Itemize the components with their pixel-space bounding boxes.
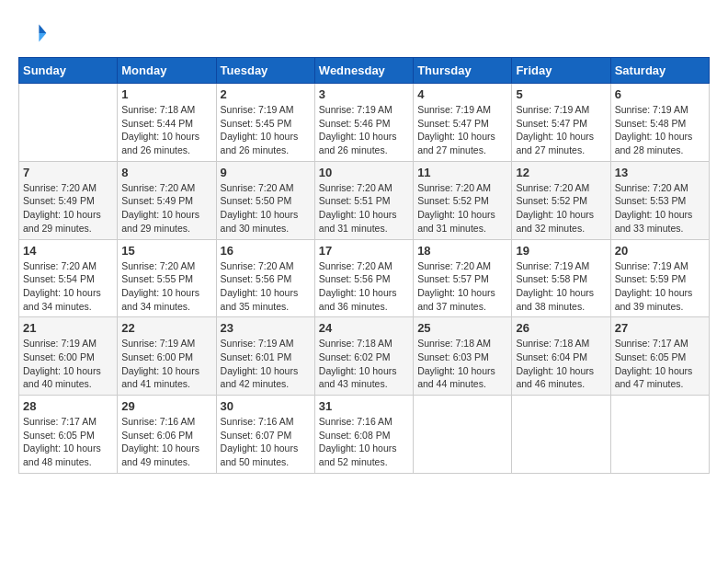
day-number: 6 [615, 87, 705, 101]
day-cell: 24Sunrise: 7:18 AMSunset: 6:02 PMDayligh… [314, 317, 413, 396]
day-info: Sunrise: 7:20 AMSunset: 5:54 PMDaylight:… [23, 259, 113, 314]
day-info: Sunrise: 7:16 AMSunset: 6:08 PMDaylight:… [319, 415, 409, 469]
page-header [18, 18, 710, 48]
day-number: 31 [319, 399, 409, 413]
day-cell: 16Sunrise: 7:20 AMSunset: 5:56 PMDayligh… [216, 239, 314, 317]
day-number: 4 [417, 87, 507, 101]
day-info: Sunrise: 7:17 AMSunset: 6:05 PMDaylight:… [23, 415, 113, 469]
day-info: Sunrise: 7:20 AMSunset: 5:52 PMDaylight:… [417, 181, 507, 236]
week-row-2: 7Sunrise: 7:20 AMSunset: 5:49 PMDaylight… [19, 161, 710, 239]
day-info: Sunrise: 7:16 AMSunset: 6:06 PMDaylight:… [121, 415, 211, 469]
day-number: 7 [23, 166, 113, 179]
day-number: 25 [417, 321, 507, 335]
day-number: 30 [221, 399, 311, 413]
header-thursday: Thursday [414, 58, 512, 84]
day-info: Sunrise: 7:18 AMSunset: 5:44 PMDaylight:… [121, 103, 211, 157]
day-number: 23 [221, 321, 311, 335]
day-cell: 29Sunrise: 7:16 AMSunset: 6:06 PMDayligh… [118, 396, 216, 474]
day-cell: 6Sunrise: 7:19 AMSunset: 5:48 PMDaylight… [610, 84, 709, 162]
calendar-header-row: SundayMondayTuesdayWednesdayThursdayFrid… [19, 58, 710, 84]
calendar-table: SundayMondayTuesdayWednesdayThursdayFrid… [18, 57, 710, 474]
day-number: 29 [121, 399, 211, 413]
day-info: Sunrise: 7:18 AMSunset: 6:04 PMDaylight:… [516, 337, 606, 391]
day-number: 24 [319, 321, 409, 335]
day-cell: 3Sunrise: 7:19 AMSunset: 5:46 PMDaylight… [314, 84, 413, 162]
day-cell: 25Sunrise: 7:18 AMSunset: 6:03 PMDayligh… [414, 317, 512, 396]
day-cell: 4Sunrise: 7:19 AMSunset: 5:47 PMDaylight… [414, 84, 512, 162]
day-cell [512, 396, 610, 474]
day-cell: 10Sunrise: 7:20 AMSunset: 5:51 PMDayligh… [314, 161, 413, 239]
day-cell: 8Sunrise: 7:20 AMSunset: 5:49 PMDaylight… [118, 161, 216, 239]
day-cell: 9Sunrise: 7:20 AMSunset: 5:50 PMDaylight… [216, 161, 314, 239]
day-info: Sunrise: 7:19 AMSunset: 5:59 PMDaylight:… [615, 259, 705, 314]
day-info: Sunrise: 7:20 AMSunset: 5:53 PMDaylight:… [615, 181, 705, 236]
svg-marker-0 [39, 24, 46, 33]
day-cell [610, 396, 709, 474]
day-info: Sunrise: 7:19 AMSunset: 6:01 PMDaylight:… [221, 337, 311, 391]
day-number: 22 [121, 321, 211, 335]
day-info: Sunrise: 7:17 AMSunset: 6:05 PMDaylight:… [615, 337, 705, 391]
header-monday: Monday [118, 58, 216, 84]
header-saturday: Saturday [610, 58, 709, 84]
day-info: Sunrise: 7:20 AMSunset: 5:49 PMDaylight:… [23, 181, 113, 236]
day-number: 5 [516, 87, 606, 101]
day-number: 9 [221, 166, 311, 179]
header-friday: Friday [512, 58, 610, 84]
day-info: Sunrise: 7:19 AMSunset: 5:58 PMDaylight:… [516, 259, 606, 314]
day-number: 12 [516, 166, 606, 179]
day-cell: 28Sunrise: 7:17 AMSunset: 6:05 PMDayligh… [19, 396, 118, 474]
day-info: Sunrise: 7:20 AMSunset: 5:57 PMDaylight:… [417, 259, 507, 314]
day-number: 2 [221, 87, 311, 101]
week-row-3: 14Sunrise: 7:20 AMSunset: 5:54 PMDayligh… [19, 239, 710, 317]
header-sunday: Sunday [19, 58, 118, 84]
day-cell: 17Sunrise: 7:20 AMSunset: 5:56 PMDayligh… [314, 239, 413, 317]
svg-marker-1 [39, 33, 46, 42]
day-number: 14 [23, 244, 113, 258]
day-info: Sunrise: 7:20 AMSunset: 5:49 PMDaylight:… [121, 181, 211, 236]
day-cell: 22Sunrise: 7:19 AMSunset: 6:00 PMDayligh… [118, 317, 216, 396]
day-cell: 20Sunrise: 7:19 AMSunset: 5:59 PMDayligh… [610, 239, 709, 317]
day-info: Sunrise: 7:18 AMSunset: 6:02 PMDaylight:… [319, 337, 409, 391]
day-info: Sunrise: 7:20 AMSunset: 5:50 PMDaylight:… [221, 181, 311, 236]
day-number: 13 [615, 166, 705, 179]
logo-icon [18, 18, 48, 48]
day-cell: 14Sunrise: 7:20 AMSunset: 5:54 PMDayligh… [19, 239, 118, 317]
day-cell: 21Sunrise: 7:19 AMSunset: 6:00 PMDayligh… [19, 317, 118, 396]
day-info: Sunrise: 7:20 AMSunset: 5:55 PMDaylight:… [121, 259, 211, 314]
logo [18, 18, 51, 48]
day-number: 21 [23, 321, 113, 335]
day-cell: 5Sunrise: 7:19 AMSunset: 5:47 PMDaylight… [512, 84, 610, 162]
day-cell: 19Sunrise: 7:19 AMSunset: 5:58 PMDayligh… [512, 239, 610, 317]
day-info: Sunrise: 7:20 AMSunset: 5:56 PMDaylight:… [319, 259, 409, 314]
day-number: 15 [121, 244, 211, 258]
day-number: 28 [23, 399, 113, 413]
day-info: Sunrise: 7:20 AMSunset: 5:51 PMDaylight:… [319, 181, 409, 236]
day-number: 10 [319, 166, 409, 179]
day-number: 19 [516, 244, 606, 258]
day-info: Sunrise: 7:18 AMSunset: 6:03 PMDaylight:… [417, 337, 507, 391]
day-number: 27 [615, 321, 705, 335]
day-info: Sunrise: 7:20 AMSunset: 5:52 PMDaylight:… [516, 181, 606, 236]
day-info: Sunrise: 7:19 AMSunset: 6:00 PMDaylight:… [23, 337, 113, 391]
day-number: 11 [417, 166, 507, 179]
day-cell: 27Sunrise: 7:17 AMSunset: 6:05 PMDayligh… [610, 317, 709, 396]
day-number: 8 [121, 166, 211, 179]
day-info: Sunrise: 7:19 AMSunset: 5:47 PMDaylight:… [516, 103, 606, 157]
day-number: 3 [319, 87, 409, 101]
day-number: 17 [319, 244, 409, 258]
day-cell: 7Sunrise: 7:20 AMSunset: 5:49 PMDaylight… [19, 161, 118, 239]
day-info: Sunrise: 7:19 AMSunset: 5:45 PMDaylight:… [221, 103, 311, 157]
day-cell: 13Sunrise: 7:20 AMSunset: 5:53 PMDayligh… [610, 161, 709, 239]
day-number: 20 [615, 244, 705, 258]
day-info: Sunrise: 7:19 AMSunset: 5:48 PMDaylight:… [615, 103, 705, 157]
day-info: Sunrise: 7:19 AMSunset: 6:00 PMDaylight:… [121, 337, 211, 391]
day-cell: 15Sunrise: 7:20 AMSunset: 5:55 PMDayligh… [118, 239, 216, 317]
day-cell: 30Sunrise: 7:16 AMSunset: 6:07 PMDayligh… [216, 396, 314, 474]
day-cell: 31Sunrise: 7:16 AMSunset: 6:08 PMDayligh… [314, 396, 413, 474]
day-info: Sunrise: 7:19 AMSunset: 5:47 PMDaylight:… [417, 103, 507, 157]
day-cell: 12Sunrise: 7:20 AMSunset: 5:52 PMDayligh… [512, 161, 610, 239]
week-row-1: 1Sunrise: 7:18 AMSunset: 5:44 PMDaylight… [19, 84, 710, 162]
day-cell: 11Sunrise: 7:20 AMSunset: 5:52 PMDayligh… [414, 161, 512, 239]
day-cell: 1Sunrise: 7:18 AMSunset: 5:44 PMDaylight… [118, 84, 216, 162]
day-number: 1 [121, 87, 211, 101]
